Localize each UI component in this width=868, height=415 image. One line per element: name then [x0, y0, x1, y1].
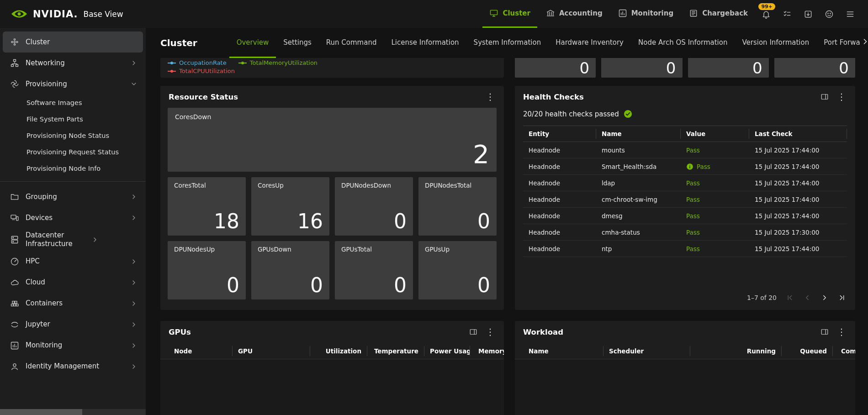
tab-overview[interactable]: Overview: [229, 28, 276, 58]
stat-label: CoresTotal: [174, 182, 239, 189]
downloads-button[interactable]: [799, 0, 818, 28]
table-row[interactable]: Headnode mounts Pass 15 Jul 2025 17:44:0…: [523, 142, 847, 158]
sidebar-subitem-file-system-parts[interactable]: File System Parts: [0, 111, 146, 127]
stat-tile: 0: [601, 58, 682, 78]
next-page-icon[interactable]: [820, 294, 829, 302]
tabs-scroll-right-button[interactable]: [861, 37, 868, 48]
download-tray-icon: [804, 10, 813, 19]
legend-occupation-rate[interactable]: OccupationRate: [168, 59, 227, 66]
sidebar-item-label: Provisioning: [26, 80, 124, 89]
tab-system-information[interactable]: System Information: [466, 28, 549, 58]
tab-license-information[interactable]: License Information: [384, 28, 466, 58]
column-header-node: Node: [169, 346, 233, 356]
cell-last-check: 15 Jul 2025 17:44:00: [749, 179, 847, 187]
stat-label: DPUNodesTotal: [425, 182, 490, 189]
workload-table-header: Name Scheduler Running Queued Com: [515, 343, 855, 359]
cell-last-check: 15 Jul 2025 17:44:00: [749, 147, 847, 154]
sidebar-item-cloud[interactable]: Cloud: [3, 272, 143, 293]
split-view-icon[interactable]: [820, 93, 829, 101]
chart-icon: [10, 341, 19, 350]
monitor-icon: [489, 9, 498, 18]
boxes-icon: [10, 299, 19, 308]
table-row[interactable]: Headnode dmesg Pass 15 Jul 2025 17:44:00: [523, 208, 847, 224]
sidebar-item-grouping[interactable]: Grouping: [3, 186, 143, 207]
sidebar-item-networking[interactable]: Networking: [3, 53, 143, 74]
server-rack-icon: [10, 235, 19, 244]
health-checks-card: Health Checks ⋮ 20/20 health checks pass…: [515, 86, 855, 310]
stat-tile-dpu-nodes-down: DPUNodesDown 0: [335, 177, 413, 236]
chart-legend-row: OccupationRate TotalMemoryUtilization: [168, 59, 497, 66]
chevron-right-icon: [861, 37, 868, 46]
cell-entity: Headnode: [523, 196, 596, 203]
split-view-icon[interactable]: [469, 328, 477, 336]
topnav-monitoring[interactable]: Monitoring: [611, 0, 680, 28]
table-row[interactable]: Headnode cmha-status Pass 15 Jul 2025 17…: [523, 224, 847, 241]
sidebar-item-datacenter-infrastructure[interactable]: Datacenter Infrastructure: [3, 228, 143, 251]
tab-run-command[interactable]: Run Command: [319, 28, 384, 58]
resource-status-body: CoresDown 2 CoresTotal 18 CoresUp 16: [160, 108, 504, 306]
sidebar-item-devices[interactable]: Devices: [3, 207, 143, 228]
stat-tile: 0: [515, 58, 596, 78]
kebab-menu-icon[interactable]: ⋮: [836, 92, 847, 101]
table-row[interactable]: Headnode ntp Pass 15 Jul 2025 17:44:00: [523, 241, 847, 257]
kebab-menu-icon[interactable]: ⋮: [485, 327, 496, 336]
legend-total-cpu-utilization[interactable]: TotalCPUUtilization: [168, 68, 235, 74]
cell-last-check: 15 Jul 2025 17:30:00: [749, 229, 847, 236]
column-header-running: Running: [690, 346, 782, 356]
tab-version-information[interactable]: Version Information: [735, 28, 816, 58]
topnav-accounting[interactable]: Accounting: [539, 0, 609, 28]
topnav-label: Accounting: [559, 9, 603, 17]
topnav-label: Cluster: [503, 9, 530, 17]
kebab-menu-icon[interactable]: ⋮: [836, 327, 847, 336]
legend-total-memory-utilization[interactable]: TotalMemoryUtilization: [238, 59, 318, 66]
table-row[interactable]: Headnode ldap Pass 15 Jul 2025 17:44:00: [523, 175, 847, 191]
chevron-right-icon: [130, 279, 138, 286]
sidebar-subitem-provisioning-node-status[interactable]: Provisioning Node Status: [0, 127, 146, 144]
notifications-button[interactable]: 99+: [757, 0, 776, 28]
tab-settings[interactable]: Settings: [276, 28, 319, 58]
sidebar-subitem-software-images[interactable]: Software Images: [0, 95, 146, 111]
cell-name: mounts: [596, 147, 681, 154]
menu-button[interactable]: [841, 0, 860, 28]
table-row[interactable]: Headnode cm-chroot-sw-img Pass 15 Jul 20…: [523, 191, 847, 208]
tab-hardware-inventory[interactable]: Hardware Inventory: [548, 28, 631, 58]
tab-node-arch-os-information[interactable]: Node Arch OS Information: [631, 28, 735, 58]
stat-value: 16: [297, 212, 323, 231]
card-header: GPUs ⋮: [160, 321, 504, 343]
sidebar-item-label: Monitoring: [26, 341, 124, 350]
sidebar-subitem-provisioning-node-info[interactable]: Provisioning Node Info: [0, 160, 146, 177]
previous-page-icon: [803, 294, 811, 302]
top-stat-tiles: 0 0 0 0: [515, 58, 855, 78]
sidebar-item-identity-management[interactable]: Identity Management: [3, 356, 143, 377]
sidebar-item-hpc[interactable]: HPC: [3, 251, 143, 272]
sidebar-subitem-provisioning-request-status[interactable]: Provisioning Request Status: [0, 144, 146, 160]
sidebar-item-cluster[interactable]: Cluster: [3, 32, 143, 53]
sidebar-item-jupyter[interactable]: Jupyter: [3, 314, 143, 335]
stat-tile-cores-up: CoresUp 16: [251, 177, 329, 236]
scrollbar-thumb[interactable]: [0, 409, 82, 415]
tab-port-forwarding[interactable]: Port Forwa: [816, 28, 867, 58]
account-button[interactable]: [820, 0, 839, 28]
stat-label: DPUNodesDown: [341, 182, 407, 189]
card-actions: ⋮: [485, 92, 496, 101]
chevron-right-icon: [130, 59, 138, 67]
sidebar-item-monitoring[interactable]: Monitoring: [3, 335, 143, 356]
row-top: OccupationRate TotalMemoryUtilization To…: [160, 58, 868, 78]
stat-tile: 0: [688, 58, 769, 78]
topnav-chargeback[interactable]: Chargeback: [682, 0, 755, 28]
stat-value: 0: [477, 276, 490, 295]
topnav-cluster[interactable]: Cluster: [482, 0, 537, 28]
kebab-menu-icon[interactable]: ⋮: [485, 92, 496, 101]
table-row[interactable]: Headnode Smart_Health:sda Pass 15 Jul 20…: [523, 158, 847, 175]
last-page-icon[interactable]: [838, 294, 846, 302]
sidebar-item-containers[interactable]: Containers: [3, 293, 143, 314]
tasks-button[interactable]: [778, 0, 797, 28]
horizontal-scrollbar[interactable]: [0, 409, 146, 415]
cell-name: dmesg: [596, 212, 681, 220]
stat-value: 18: [214, 212, 239, 231]
sidebar-item-label: Identity Management: [26, 362, 124, 371]
split-view-icon[interactable]: [820, 328, 829, 336]
sidebar-item-provisioning[interactable]: Provisioning: [3, 74, 143, 95]
devices-icon: [10, 213, 19, 222]
cell-entity: Headnode: [523, 163, 596, 170]
